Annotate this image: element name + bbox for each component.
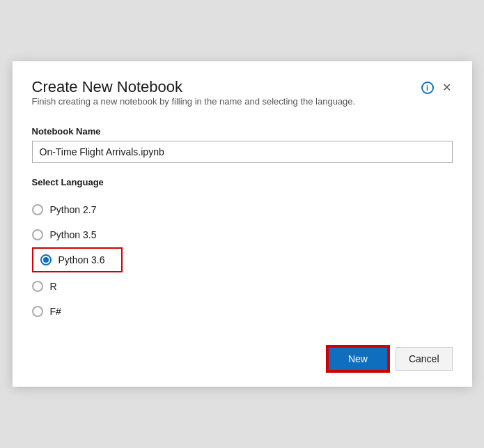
dialog-title-group: Create New Notebook Finish creating a ne… <box>32 78 356 123</box>
new-button-wrapper: New <box>326 345 390 373</box>
radio-circle-python36 <box>40 254 52 265</box>
radio-label-python27: Python 2.7 <box>50 204 97 215</box>
radio-label-python35: Python 3.5 <box>50 229 97 240</box>
radio-r[interactable]: R <box>32 274 453 299</box>
radio-circle-r <box>32 281 43 292</box>
radio-fsharp[interactable]: F# <box>32 299 453 324</box>
notebook-name-label: Notebook Name <box>32 126 453 137</box>
radio-label-python36: Python 3.6 <box>58 254 105 265</box>
create-notebook-dialog: Create New Notebook Finish creating a ne… <box>13 61 472 387</box>
language-select-label: Select Language <box>32 177 453 187</box>
radio-python27[interactable]: Python 2.7 <box>32 197 453 222</box>
dialog-header: Create New Notebook Finish creating a ne… <box>32 78 453 123</box>
header-icons: i ✕ <box>421 81 453 95</box>
dialog-footer: New Cancel <box>32 338 453 373</box>
info-icon[interactable]: i <box>421 82 434 94</box>
radio-circle-python35 <box>32 229 43 240</box>
close-icon[interactable]: ✕ <box>441 81 453 95</box>
notebook-name-input[interactable] <box>32 141 453 163</box>
radio-label-r: R <box>50 281 57 292</box>
radio-python36[interactable]: Python 3.6 <box>32 247 123 272</box>
language-radio-group: Python 2.7 Python 3.5 Python 3.6 R F# <box>32 197 453 324</box>
radio-label-fsharp: F# <box>50 306 61 317</box>
dialog-subtitle: Finish creating a new notebook by fillin… <box>32 96 356 107</box>
radio-circle-fsharp <box>32 306 43 317</box>
new-button[interactable]: New <box>327 346 389 371</box>
dialog-title: Create New Notebook <box>32 78 356 96</box>
cancel-button[interactable]: Cancel <box>396 347 453 371</box>
radio-python35[interactable]: Python 3.5 <box>32 222 453 247</box>
radio-circle-python27 <box>32 204 43 215</box>
